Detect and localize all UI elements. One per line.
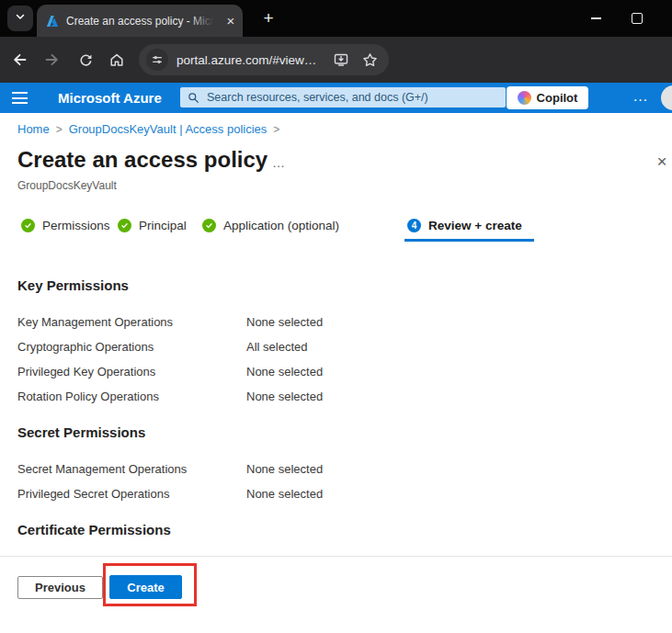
site-controls-icon[interactable] [146,49,168,71]
global-search-box[interactable] [180,87,506,107]
address-bar[interactable]: portal.azure.com/#view… [139,44,389,75]
section-heading-secret-permissions: Secret Permissions [17,424,145,441]
section-heading-key-permissions: Key Permissions [17,277,129,294]
page-content: Home > GroupDocsKeyVault | Access polici… [0,113,672,633]
tab-application-optional[interactable]: Application (optional) [202,212,339,238]
key-permissions-rows: Key Management Operations None selected … [17,310,323,409]
header-more-button[interactable]: … [632,83,649,110]
close-blade-icon[interactable]: × [653,152,671,172]
check-icon [118,219,131,232]
table-row: Cryptographic Operations All selected [17,334,323,359]
window-minimize-button[interactable] [586,0,606,37]
breadcrumb-separator: > [273,123,279,136]
install-app-icon[interactable] [333,51,349,68]
row-label: Privileged Secret Operations [17,487,246,501]
row-label: Cryptographic Operations [17,340,246,354]
row-label: Privileged Key Operations [17,365,246,379]
create-button[interactable]: Create [109,575,182,599]
copilot-button[interactable]: Copilot [507,86,588,109]
title-more-button[interactable]: … [272,155,286,170]
browser-tab[interactable]: Create an access policy - Micros × [37,5,243,37]
section-heading-certificate-permissions: Certificate Permissions [17,522,171,538]
row-label: Secret Management Operations [17,462,246,476]
avatar[interactable] [661,85,672,110]
row-value: All selected [246,340,307,354]
tab-label: Permissions [42,219,110,232]
previous-button[interactable]: Previous [17,576,103,599]
azure-brand[interactable]: Microsoft Azure [58,83,162,113]
row-label: Key Management Operations [17,315,246,329]
search-input[interactable] [205,90,484,105]
hamburger-menu-button[interactable] [12,92,28,104]
home-icon [108,51,125,68]
refresh-icon [78,52,94,68]
wizard-tabs: Permissions Principal Application (optio… [0,212,672,243]
azure-favicon-icon [46,15,59,28]
tab-close-icon[interactable]: × [222,14,239,28]
refresh-button[interactable] [77,51,94,68]
tab-title: Create an access policy - Micros [66,15,213,28]
forward-button[interactable] [44,51,61,68]
check-icon [21,219,35,232]
tab-label: Review + create [428,219,522,232]
back-button[interactable] [11,51,28,68]
copilot-label: Copilot [537,91,578,105]
forward-arrow-icon [44,51,61,68]
tab-permissions[interactable]: Permissions [21,212,110,238]
check-icon [202,219,216,232]
page-title: Create an access policy [17,146,268,174]
minimize-icon [591,17,601,19]
breadcrumb-separator: > [56,123,63,136]
tab-actions-button[interactable] [7,6,33,31]
tab-label: Principal [139,219,187,232]
url-text[interactable]: portal.azure.com/#view… [177,53,316,67]
step-number-badge: 4 [407,219,421,232]
home-button[interactable] [108,51,125,68]
search-icon [188,92,199,104]
row-value: None selected [246,365,323,379]
table-row: Privileged Secret Operations None select… [17,481,323,506]
row-label: Rotation Policy Operations [17,390,246,403]
chevron-down-icon [14,10,27,27]
new-tab-button[interactable]: + [260,7,277,29]
tab-review-create[interactable]: 4 Review + create [407,212,522,238]
page-subtitle: GroupDocsKeyVault [17,179,117,192]
maximize-icon [632,13,643,24]
row-value: None selected [246,487,323,501]
row-value: None selected [246,315,323,329]
browser-tab-strip: Create an access policy - Micros × + [0,0,672,37]
table-row: Secret Management Operations None select… [17,457,323,481]
breadcrumb: Home > GroupDocsKeyVault | Access polici… [17,122,279,136]
tab-label: Application (optional) [223,219,339,232]
row-value: None selected [246,462,323,476]
bookmark-star-icon[interactable] [362,52,378,68]
active-tab-underline [404,239,534,242]
back-arrow-icon [11,51,28,68]
footer-divider [0,556,672,557]
azure-portal-header: Microsoft Azure Copilot … [0,83,672,113]
row-value: None selected [246,390,323,403]
table-row: Rotation Policy Operations None selected [17,384,323,409]
table-row: Key Management Operations None selected [17,310,323,334]
breadcrumb-home-link[interactable]: Home [17,122,50,136]
copilot-icon [518,91,531,105]
browser-toolbar: portal.azure.com/#view… [0,37,672,83]
window-maximize-button[interactable] [627,0,647,37]
tab-principal[interactable]: Principal [118,212,187,238]
table-row: Privileged Key Operations None selected [17,359,323,384]
secret-permissions-rows: Secret Management Operations None select… [17,457,323,506]
breadcrumb-keyvault-link[interactable]: GroupDocsKeyVault | Access policies [69,122,268,136]
